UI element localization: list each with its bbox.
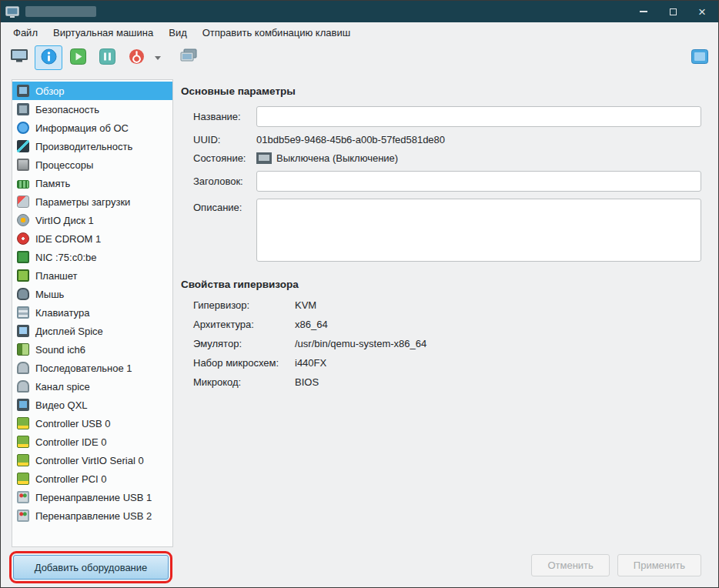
network-icon bbox=[17, 251, 29, 263]
keyboard-icon bbox=[17, 306, 29, 319]
sidebar-item-label: Controller USB 0 bbox=[35, 418, 111, 429]
sidebar-item-usb-redir-2[interactable]: Перенаправление USB 2 bbox=[12, 506, 172, 525]
run-button[interactable] bbox=[64, 45, 92, 70]
cancel-button[interactable]: Отменить bbox=[531, 554, 609, 576]
emulator-value: /usr/bin/qemu-system-x86_64 bbox=[295, 338, 701, 349]
minimize-button[interactable] bbox=[632, 3, 655, 20]
sidebar-item-label: IDE CDROM 1 bbox=[35, 233, 101, 245]
firmware-label: Микрокод: bbox=[193, 376, 295, 388]
hypervisor-value: KVM bbox=[295, 299, 701, 311]
console-monitor-icon bbox=[10, 48, 28, 67]
sidebar-item-usb-redir-1[interactable]: Перенаправление USB 1 bbox=[12, 488, 172, 506]
architecture-value: x86_64 bbox=[295, 319, 701, 330]
run-play-icon bbox=[70, 48, 86, 68]
sidebar-item-label: Параметры загрузки bbox=[35, 196, 130, 208]
shutdown-menu-caret[interactable] bbox=[152, 45, 164, 70]
sidebar-item-label: Мышь bbox=[35, 289, 64, 300]
fullscreen-button[interactable] bbox=[686, 45, 714, 70]
sidebar-item-mouse[interactable]: Мышь bbox=[12, 285, 172, 303]
sidebar-item-controller-virtio-serial-0[interactable]: Controller VirtIO Serial 0 bbox=[12, 451, 172, 469]
close-button[interactable]: × bbox=[691, 3, 714, 20]
controller-icon bbox=[17, 473, 29, 485]
cpu-icon bbox=[17, 159, 29, 171]
sidebar-item-tablet[interactable]: Планшет bbox=[12, 266, 172, 285]
hypervisor-details: Гипервизор: KVM Архитектура: x86_64 Эмул… bbox=[181, 299, 701, 388]
dropdown-caret-icon bbox=[155, 56, 161, 60]
maximize-button[interactable] bbox=[661, 3, 684, 20]
sidebar-item-label: VirtIO Диск 1 bbox=[35, 215, 94, 226]
title-input[interactable] bbox=[256, 171, 701, 192]
sidebar-item-boot-options[interactable]: Параметры загрузки bbox=[12, 192, 172, 211]
shutdown-button[interactable] bbox=[122, 45, 150, 70]
uuid-label: UUID: bbox=[193, 134, 256, 145]
sidebar-item-label: Информация об ОС bbox=[35, 122, 129, 134]
usb-icon bbox=[17, 491, 29, 503]
sidebar-item-controller-usb-0[interactable]: Controller USB 0 bbox=[12, 414, 172, 433]
show-console-button[interactable] bbox=[5, 45, 33, 70]
sidebar-item-sound-ich6[interactable]: Sound ich6 bbox=[12, 340, 172, 359]
hypervisor-label: Гипервизор: bbox=[193, 299, 295, 311]
app-monitor-icon bbox=[5, 6, 19, 18]
add-hardware-wrap: Добавить оборудование bbox=[13, 555, 169, 580]
security-icon bbox=[17, 103, 29, 115]
sidebar-item-label: Планшет bbox=[35, 270, 78, 282]
name-input[interactable] bbox=[256, 106, 701, 127]
name-label: Название: bbox=[193, 111, 256, 122]
menu-view[interactable]: Вид bbox=[162, 25, 193, 41]
boot-icon bbox=[17, 195, 29, 208]
sidebar-item-security[interactable]: Безопасность bbox=[12, 100, 172, 119]
sidebar-item-label: Дисплей Spice bbox=[35, 326, 103, 337]
sidebar-item-display-spice[interactable]: Дисплей Spice bbox=[12, 322, 172, 340]
minimize-icon bbox=[640, 11, 647, 12]
close-icon: × bbox=[698, 5, 706, 18]
sidebar-item-performance[interactable]: Производительность bbox=[12, 137, 172, 155]
video-icon bbox=[17, 399, 29, 411]
chipset-value: i440FX bbox=[295, 357, 701, 369]
sidebar-item-controller-pci-0[interactable]: Controller PCI 0 bbox=[12, 469, 172, 488]
sidebar-item-label: Controller VirtIO Serial 0 bbox=[35, 455, 144, 466]
sidebar-item-video-qxl[interactable]: Видео QXL bbox=[12, 396, 172, 414]
sidebar-item-serial-1[interactable]: Последовательное 1 bbox=[12, 359, 172, 377]
cdrom-icon bbox=[17, 232, 29, 245]
sidebar-item-keyboard[interactable]: Клавиатура bbox=[12, 303, 172, 322]
description-textarea[interactable] bbox=[256, 199, 701, 262]
toolbar bbox=[1, 42, 718, 73]
overview-panel: Основные параметры Название: UUID: 01bdb… bbox=[173, 73, 718, 587]
sidebar-item-label: Обзор bbox=[35, 85, 65, 97]
sidebar-item-label: Клавиатура bbox=[35, 307, 89, 319]
menu-file[interactable]: Файл bbox=[7, 25, 44, 41]
menu-send-key[interactable]: Отправить комбинацию клавиш bbox=[196, 25, 356, 41]
sidebar-item-os-info[interactable]: Информация об ОС bbox=[12, 119, 172, 137]
tablet-icon bbox=[17, 269, 29, 282]
sidebar-item-label: Sound ich6 bbox=[35, 344, 85, 356]
show-details-button[interactable] bbox=[35, 45, 62, 70]
sidebar-item-label: Память bbox=[35, 178, 70, 189]
memory-icon bbox=[17, 180, 29, 189]
sidebar-item-channel-spice[interactable]: Канал spice bbox=[12, 377, 172, 396]
sidebar-item-label: Процессоры bbox=[35, 159, 93, 171]
sidebar-item-overview[interactable]: Обзор bbox=[12, 82, 172, 100]
sidebar-item-ide-cdrom-1[interactable]: IDE CDROM 1 bbox=[12, 229, 172, 248]
os-info-icon bbox=[17, 122, 29, 134]
sidebar-item-controller-ide-0[interactable]: Controller IDE 0 bbox=[12, 433, 172, 451]
sidebar-item-nic[interactable]: NIC :75:c0:be bbox=[12, 248, 172, 266]
manage-snapshots-button[interactable] bbox=[175, 45, 202, 70]
sidebar-item-processors[interactable]: Процессоры bbox=[12, 155, 172, 174]
title-bar: × bbox=[1, 1, 718, 22]
sidebar-item-label: Перенаправление USB 1 bbox=[35, 492, 152, 503]
state-value: Выключена (Выключение) bbox=[276, 152, 398, 164]
hardware-sidebar: ОбзорБезопасностьИнформация об ОСПроизво… bbox=[1, 73, 173, 587]
apply-button[interactable]: Применить bbox=[617, 554, 701, 576]
sidebar-item-memory[interactable]: Память bbox=[12, 174, 172, 192]
menu-virtual-machine[interactable]: Виртуальная машина bbox=[47, 25, 159, 41]
sidebar-item-label: Безопасность bbox=[35, 104, 99, 115]
vm-details-window: × Файл Виртуальная машина Вид Отправить … bbox=[0, 0, 719, 588]
state-row: Выключена (Выключение) bbox=[256, 152, 701, 164]
snapshots-icon bbox=[179, 48, 198, 67]
shutdown-power-icon bbox=[129, 48, 145, 68]
pause-button[interactable] bbox=[93, 45, 121, 70]
controller-icon bbox=[17, 417, 29, 429]
add-hardware-button[interactable]: Добавить оборудование bbox=[13, 555, 169, 580]
sidebar-item-virtio-disk-1[interactable]: VirtIO Диск 1 bbox=[12, 211, 172, 229]
sound-icon bbox=[17, 343, 29, 356]
